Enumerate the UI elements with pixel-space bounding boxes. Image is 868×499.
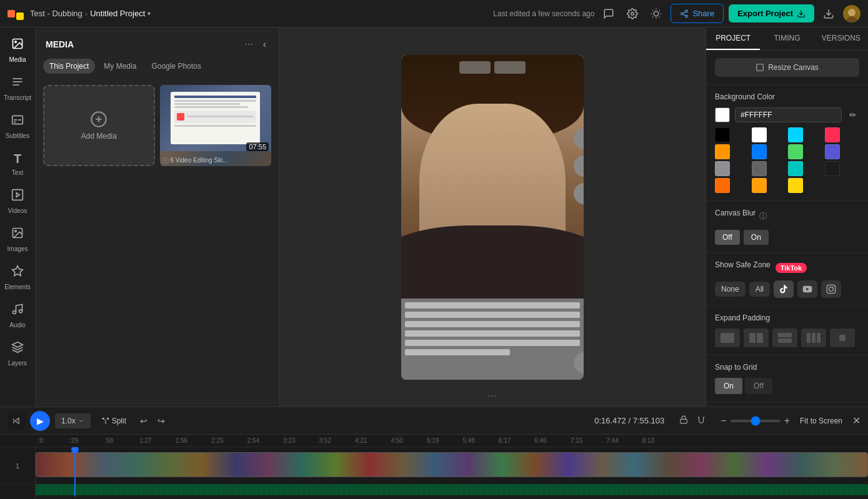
tab-timing[interactable]: TIMING (760, 27, 814, 50)
zoom-slider[interactable] (731, 420, 781, 422)
sidebar-item-subtitles[interactable]: Subtitles (1, 109, 34, 144)
tab-this-project[interactable]: This Project (43, 59, 95, 74)
download-button[interactable] (819, 4, 838, 23)
timeline-area: ▶ 1.0x Split ↩ ↪ 0:16.472 / 7:55.103 − (0, 407, 868, 499)
settings-button[interactable] (623, 4, 642, 23)
svg-rect-54 (839, 335, 846, 341)
svg-point-45 (833, 287, 834, 287)
sidebar-item-transcript[interactable]: Transcript (1, 71, 34, 106)
platform-instagram-button[interactable] (821, 280, 841, 298)
redo-button[interactable]: ↪ (155, 413, 167, 428)
chevron-down-icon[interactable]: ▾ (147, 10, 151, 17)
tab-versions[interactable]: VERSIONS (814, 27, 868, 50)
palette-orange[interactable] (715, 144, 730, 159)
split-button[interactable]: Split (96, 413, 132, 428)
track-lock-button[interactable] (677, 413, 691, 428)
palette-pink[interactable] (825, 127, 840, 142)
platform-youtube-button[interactable] (797, 280, 817, 298)
canvas-options-icon[interactable]: ⋯ (487, 390, 497, 402)
subtitles-icon (11, 114, 24, 129)
color-hex-input[interactable] (735, 107, 842, 122)
close-timeline-button[interactable]: ✕ (852, 415, 861, 427)
svg-point-11 (681, 12, 684, 15)
canvas-blur-info-icon[interactable]: ⓘ (759, 211, 767, 222)
palette-cyan[interactable] (788, 127, 803, 142)
canvas-container (401, 55, 584, 380)
palette-deep-orange[interactable] (715, 178, 730, 193)
padding-split-v-button[interactable] (744, 329, 769, 347)
platform-all-button[interactable]: All (749, 282, 770, 297)
platform-none-button[interactable]: None (715, 282, 746, 297)
padding-thirds-button[interactable] (801, 329, 826, 347)
svg-marker-32 (12, 266, 23, 276)
collapse-panel-button[interactable]: ‹ (261, 36, 269, 52)
palette-green[interactable] (788, 144, 803, 159)
playhead[interactable] (74, 447, 76, 497)
color-edit-button[interactable]: ✏ (847, 107, 859, 122)
sidebar-item-media[interactable]: Media (1, 32, 34, 68)
snap-on-button[interactable]: On (715, 378, 742, 394)
tab-google-photos[interactable]: Google Photos (145, 59, 207, 74)
padding-center-button[interactable] (830, 329, 855, 347)
undo-button[interactable]: ↩ (137, 413, 150, 428)
speed-button[interactable]: 1.0x (55, 413, 91, 428)
snap-toggle: On Off (715, 378, 859, 394)
fit-to-screen-button[interactable]: Fit to Screen (795, 414, 847, 428)
zoom-in-button[interactable]: + (784, 415, 790, 427)
resize-canvas-button[interactable]: Resize Canvas (715, 58, 859, 77)
video-track[interactable] (36, 447, 868, 497)
sidebar-item-text[interactable]: T Text (1, 147, 34, 181)
comment-button[interactable] (599, 4, 618, 23)
sidebar-item-images[interactable]: Images (1, 222, 34, 257)
sidebar-item-layers[interactable]: Layers (1, 336, 34, 372)
media-tabs: This Project My Media Google Photos (36, 59, 279, 80)
video-filename: 6 Video Editing Ski... (162, 157, 269, 164)
user-avatar[interactable] (843, 5, 861, 22)
share-button[interactable]: Share (671, 4, 724, 23)
svg-point-0 (631, 12, 634, 15)
add-media-button[interactable]: Add Media (43, 85, 155, 166)
palette-near-black[interactable] (825, 161, 840, 176)
palette-blue[interactable] (752, 144, 767, 159)
palette-amber[interactable] (752, 178, 767, 193)
play-button[interactable]: ▶ (30, 411, 50, 431)
palette-purple[interactable] (825, 144, 840, 159)
text-icon: T (14, 152, 21, 166)
svg-point-20 (15, 41, 16, 43)
media-label: Media (9, 56, 26, 63)
padding-split-h-button[interactable] (772, 329, 797, 347)
track-magnet-button[interactable] (694, 413, 708, 428)
tab-my-media[interactable]: My Media (97, 59, 142, 74)
elements-label: Elements (4, 284, 31, 290)
media-thumbnail-1[interactable]: 07:55 6 Video Editing Ski... (160, 85, 272, 166)
speed-label: 1.0x (61, 417, 76, 425)
zoom-out-button[interactable]: − (721, 415, 726, 427)
skip-back-button[interactable] (7, 412, 25, 430)
platform-tiktok-button[interactable] (774, 280, 794, 298)
media-more-button[interactable]: ⋯ (242, 37, 256, 52)
palette-yellow[interactable] (788, 178, 803, 193)
media-panel-header: MEDIA ⋯ ‹ (36, 27, 279, 59)
export-button[interactable]: Export Project (729, 4, 814, 22)
color-swatch[interactable] (715, 107, 730, 122)
palette-dark-gray[interactable] (752, 161, 767, 176)
project-title[interactable]: Untitled Project (90, 9, 145, 18)
svg-rect-51 (807, 333, 811, 343)
sidebar-item-videos[interactable]: Videos (1, 184, 34, 219)
palette-black[interactable] (715, 127, 730, 142)
timeline-controls: ▶ 1.0x Split ↩ ↪ 0:16.472 / 7:55.103 − (0, 407, 868, 435)
tab-project[interactable]: PROJECT (706, 27, 760, 50)
palette-teal[interactable] (788, 161, 803, 176)
canvas-blur-on-button[interactable]: On (744, 230, 769, 245)
sidebar-item-elements[interactable]: Elements (1, 260, 34, 295)
project-name[interactable]: Test - Dubbing (30, 9, 82, 18)
palette-white[interactable] (752, 127, 767, 142)
canvas-blur-off-button[interactable]: Off (715, 230, 740, 245)
sun-icon-button[interactable] (647, 4, 666, 23)
svg-rect-46 (721, 333, 734, 343)
padding-full-button[interactable] (715, 329, 740, 347)
ruler-mark-0: :0 (38, 437, 43, 444)
snap-off-button[interactable]: Off (745, 378, 772, 394)
palette-gray[interactable] (715, 161, 730, 176)
sidebar-item-audio[interactable]: Audio (1, 298, 34, 333)
